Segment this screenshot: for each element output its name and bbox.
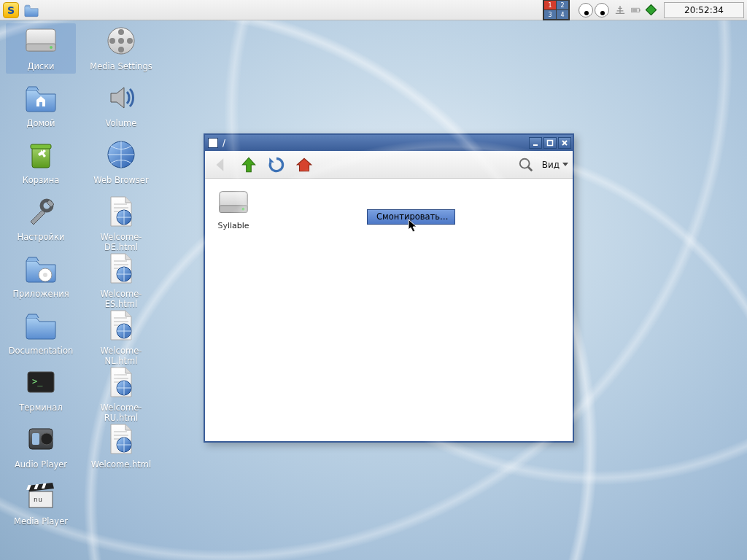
desktop-icon-label: Welcome-NL.html [86,346,156,366]
system-tray [573,3,661,18]
tray-diamond-icon[interactable] [646,4,657,16]
clock-time: 20:52:34 [684,5,724,15]
desktop-icon-welcome[interactable]: Welcome.html [86,421,156,470]
toolbar: Вид [205,151,573,179]
desktop-icon-label: Домой [6,118,76,128]
svg-rect-33 [632,8,637,11]
desktop-icon-disks[interactable]: Диски [6,23,76,74]
view-menu[interactable]: Вид [542,160,568,170]
desktop-icon-volume[interactable]: Volume [86,80,156,128]
drive-item-label: Syllable [209,221,258,230]
window-titlebar[interactable]: / [205,135,573,151]
window-icon [208,138,218,148]
desktop-icon-label: Web Browser [86,175,156,185]
workspace-1[interactable]: 1 [544,1,556,9]
drive-icon [23,23,58,58]
globe-icon [104,137,139,172]
desktop-icon-welcome-de[interactable]: Welcome-DE.html [86,194,156,252]
desktop-icon-docs[interactable]: Documentation [6,308,76,356]
speaker-icon [104,80,139,115]
desktop-icon-browser[interactable]: Web Browser [86,137,156,185]
htmlfile-icon [104,421,139,456]
reload-button[interactable] [265,154,288,176]
taskbar: S 1 2 3 4 20:52:34 [0,0,747,20]
htmlfile-icon [104,365,139,400]
dropdown-icon [562,163,568,166]
desktop-icon-welcome-nl[interactable]: Welcome-NL.html [86,308,156,366]
desktop-icon-home[interactable]: Домой [6,80,76,128]
desktop-icon-label: Приложения [6,289,76,299]
trash-icon [23,137,58,172]
reel-icon [104,23,139,58]
tools-icon [23,194,58,229]
maximize-button[interactable] [543,137,557,149]
desktop-icon-terminal[interactable]: Терминал [6,365,76,413]
view-menu-label: Вид [542,160,560,170]
desktop-icon-label: Welcome-ES.html [86,289,156,309]
terminal-icon [23,365,58,400]
drive-icon [217,186,250,219]
audio-icon [23,421,58,456]
home-button[interactable] [293,154,316,176]
desktop-icon-label: Audio Player [6,459,76,470]
up-button[interactable] [237,154,260,176]
htmlfile-icon [104,251,139,286]
search-button[interactable] [514,154,538,176]
context-menu: Смонтировать… [367,209,455,225]
desktop-icon-label: Documentation [6,346,76,356]
clock[interactable]: 20:52:34 [664,2,744,18]
svg-rect-35 [548,141,553,146]
file-manager-window[interactable]: / Вид Syllable [204,133,574,443]
homefolder-icon [23,80,58,115]
start-button[interactable]: S [3,2,19,18]
desktop-icon-trash[interactable]: Корзина [6,137,76,185]
desktop-icon-label: Welcome-RU.html [86,402,156,423]
context-menu-item-label: Смонтировать… [376,211,449,222]
desktop-icon-label: Диски [6,61,76,71]
desktop-icon-label: Volume [86,118,156,128]
desktop-icon-media[interactable]: Media Player [6,478,76,526]
window-title: / [222,138,525,148]
workspace-pager[interactable]: 1 2 3 4 [543,0,570,20]
desktop-icon-settings[interactable]: Настройки [6,194,76,242]
folder-icon [23,308,58,343]
htmlfile-icon [104,194,139,229]
desktop-icon-apps[interactable]: Приложения [6,251,76,299]
desktop-icon-label: Корзина [6,175,76,185]
desktop-icon-welcome-es[interactable]: Welcome-ES.html [86,251,156,309]
desktop-icon-welcome-ru[interactable]: Welcome-RU.html [86,365,156,423]
network-icon[interactable] [615,5,625,15]
back-button[interactable] [209,154,233,176]
desktop-icon-label: Media Settings [86,61,156,71]
workspace-4[interactable]: 4 [557,10,568,19]
close-button[interactable] [558,137,571,149]
clapper-icon [23,478,58,513]
desktop-icon-label: Настройки [6,232,76,242]
drive-item-syllable[interactable]: Syllable [209,186,258,230]
context-menu-item-mount[interactable]: Смонтировать… [367,209,455,225]
desktop-icon-mediasettings[interactable]: Media Settings [86,23,156,71]
workspace-2[interactable]: 2 [557,1,568,9]
minimize-button[interactable] [529,137,542,149]
desktop-icon-label: Терминал [6,402,76,413]
eyes-applet[interactable] [578,3,609,18]
desktop-icon-label: Welcome.html [86,459,156,470]
taskbar-file-manager-button[interactable] [23,2,39,18]
appfolder-icon [23,251,58,286]
desktop-icon-label: Welcome-DE.html [86,232,156,252]
svg-rect-32 [639,9,640,11]
desktop-icon-audio[interactable]: Audio Player [6,421,76,470]
battery-icon[interactable] [631,5,641,15]
workspace-3[interactable]: 3 [544,10,556,19]
desktop-icon-label: Media Player [6,516,76,526]
htmlfile-icon [104,308,139,343]
